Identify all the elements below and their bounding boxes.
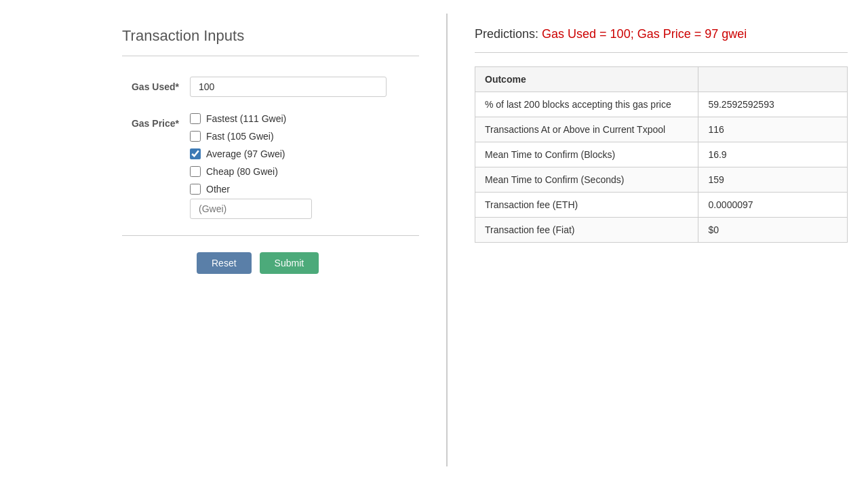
checkbox-label-cheap: Cheap (80 Gwei) — [206, 166, 278, 177]
checkbox-item-other[interactable]: Other — [190, 184, 419, 195]
table-cell-outcome: Transaction fee (ETH) — [475, 193, 698, 218]
checkbox-item-cheap[interactable]: Cheap (80 Gwei) — [190, 166, 419, 177]
checkbox-item-fastest[interactable]: Fastest (111 Gwei) — [190, 113, 419, 124]
button-group: Reset Submit — [122, 252, 419, 274]
table-cell-value: 59.2592592593 — [698, 92, 848, 117]
gas-used-input[interactable] — [190, 77, 387, 97]
predictions-values: Gas Used = 100; Gas Price = 97 gwei — [542, 27, 747, 41]
table-row: Mean Time to Confirm (Blocks)16.9 — [475, 142, 848, 167]
table-header-value — [698, 67, 848, 92]
table-row: % of last 200 blocks accepting this gas … — [475, 92, 848, 117]
table-row: Transactions At or Above in Current Txpo… — [475, 117, 848, 142]
results-tbody: % of last 200 blocks accepting this gas … — [475, 92, 848, 243]
checkbox-fastest[interactable] — [190, 113, 201, 124]
checkbox-item-fast[interactable]: Fast (105 Gwei) — [190, 131, 419, 142]
checkbox-label-average: Average (97 Gwei) — [206, 148, 285, 159]
checkbox-cheap[interactable] — [190, 166, 201, 177]
predictions-divider — [475, 52, 848, 53]
gas-price-label: Gas Price* — [122, 113, 190, 131]
table-cell-outcome: Transactions At or Above in Current Txpo… — [475, 117, 698, 142]
title-divider — [122, 56, 419, 56]
table-cell-outcome: Transaction fee (Fiat) — [475, 218, 698, 243]
table-header-row: Outcome — [475, 67, 848, 92]
table-cell-value: 16.9 — [698, 142, 848, 167]
checkbox-label-other: Other — [206, 184, 230, 195]
predictions-prefix: Predictions: — [475, 27, 538, 41]
table-cell-value: $0 — [698, 218, 848, 243]
table-cell-outcome: % of last 200 blocks accepting this gas … — [475, 92, 698, 117]
checkbox-item-average[interactable]: Average (97 Gwei) — [190, 148, 419, 159]
submit-button[interactable]: Submit — [260, 252, 319, 274]
checkbox-fast[interactable] — [190, 131, 201, 142]
right-panel: Predictions: Gas Used = 100; Gas Price =… — [448, 14, 868, 466]
table-row: Transaction fee (Fiat)$0 — [475, 218, 848, 243]
table-header-outcome: Outcome — [475, 67, 698, 92]
checkbox-label-fastest: Fastest (111 Gwei) — [206, 113, 286, 124]
table-cell-value: 159 — [698, 167, 848, 193]
gas-price-checkboxes: Fastest (111 Gwei)Fast (105 Gwei)Average… — [190, 113, 419, 195]
checkbox-label-fast: Fast (105 Gwei) — [206, 131, 274, 142]
gas-price-group: Gas Price* Fastest (111 Gwei)Fast (105 G… — [122, 113, 419, 219]
gas-used-group: Gas Used* — [122, 77, 419, 97]
section-title: Transaction Inputs — [122, 27, 419, 45]
results-table: Outcome % of last 200 blocks accepting t… — [475, 66, 848, 243]
reset-button[interactable]: Reset — [197, 252, 252, 274]
checkbox-other[interactable] — [190, 184, 201, 195]
table-cell-outcome: Mean Time to Confirm (Seconds) — [475, 167, 698, 193]
table-row: Transaction fee (ETH)0.0000097 — [475, 193, 848, 218]
bottom-divider — [122, 235, 419, 236]
gas-price-control: Fastest (111 Gwei)Fast (105 Gwei)Average… — [190, 113, 419, 219]
gas-used-control — [190, 77, 419, 97]
predictions-title: Predictions: Gas Used = 100; Gas Price =… — [475, 27, 848, 41]
other-gwei-input[interactable] — [190, 199, 312, 219]
checkbox-average[interactable] — [190, 148, 201, 159]
table-cell-value: 116 — [698, 117, 848, 142]
table-cell-value: 0.0000097 — [698, 193, 848, 218]
left-panel: Transaction Inputs Gas Used* Gas Price* … — [0, 14, 448, 466]
gas-used-label: Gas Used* — [122, 77, 190, 94]
table-row: Mean Time to Confirm (Seconds)159 — [475, 167, 848, 193]
table-cell-outcome: Mean Time to Confirm (Blocks) — [475, 142, 698, 167]
